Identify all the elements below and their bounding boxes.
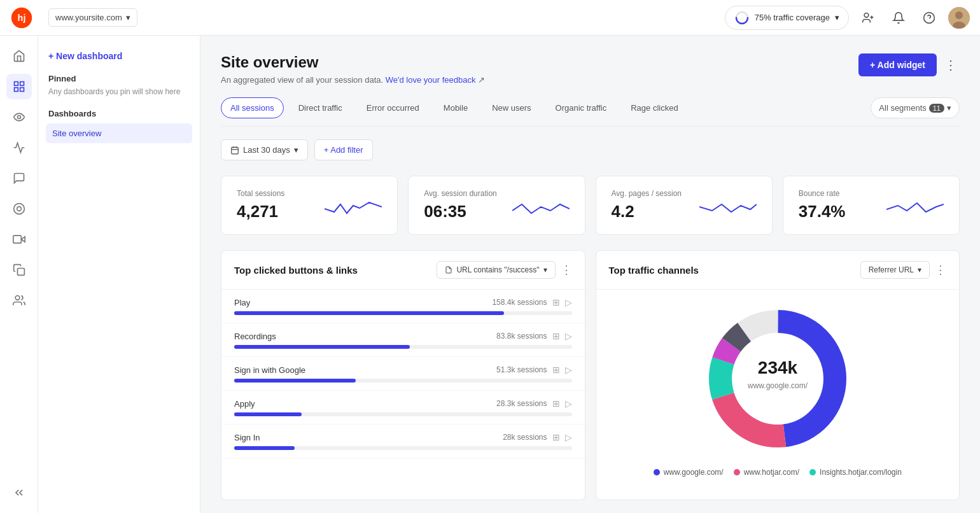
svg-point-22 [15, 296, 20, 300]
page-header: Site overview An aggregated view of all … [221, 53, 960, 85]
filter-tab-all-sessions[interactable]: All sessions [221, 97, 284, 118]
list-item: Sign in with Google 51.3k sessions ⊞ ▷ [221, 357, 585, 391]
stat-label: Avg. session duration [424, 189, 497, 198]
filter-tab-new-users[interactable]: New users [482, 97, 540, 118]
sidebar-icon-surveys[interactable] [6, 257, 32, 283]
chevron-down-icon: ▾ [835, 13, 839, 22]
stat-card-total-sessions: Total sessions 4,271 [221, 176, 398, 235]
traffic-coverage-btn[interactable]: 75% traffic coverage ▾ [725, 6, 849, 30]
widget-more-button[interactable]: ⋮ [561, 263, 572, 277]
chevron-down-icon: ▾ [126, 13, 130, 22]
svg-rect-15 [20, 88, 24, 92]
avatar[interactable] [948, 7, 970, 29]
sidebar-icons [0, 36, 38, 513]
stat-value: 37.4% [799, 202, 846, 221]
segments-count: 11 [929, 104, 944, 113]
referrer-filter-button[interactable]: Referrer URL ▾ [860, 261, 930, 279]
legend-item: www.google.com/ [654, 468, 724, 477]
segments-label: All segments [879, 103, 926, 113]
controls-row: Last 30 days ▾ + Add filter [221, 139, 960, 160]
svg-text:hj: hj [18, 13, 26, 23]
list-item: Sign In 28k sessions ⊞ ▷ [221, 425, 585, 458]
svg-rect-13 [20, 82, 24, 86]
heatmap-icon[interactable]: ⊞ [552, 365, 560, 375]
site-selector[interactable]: www.yoursite.com ▾ [48, 8, 137, 27]
play-icon[interactable]: ▷ [565, 331, 572, 341]
url-filter-button[interactable]: URL contains "/success" ▾ [437, 261, 555, 279]
sidebar-item-site-overview[interactable]: Site overview [46, 123, 192, 143]
stat-value: 4,271 [237, 202, 284, 221]
add-filter-label: + Add filter [324, 145, 363, 155]
main-area: + New dashboard Pinned Any dashboards yo… [0, 36, 980, 513]
page-header-left: Site overview An aggregated view of all … [221, 53, 485, 85]
legend-item: Insights.hotjar.com/login [809, 468, 902, 477]
stat-card-avg-session-duration: Avg. session duration 06:35 [408, 176, 585, 235]
sidebar-icon-recordings[interactable] [6, 227, 32, 252]
heatmap-icon[interactable]: ⊞ [552, 432, 560, 442]
list-item: Apply 28.3k sessions ⊞ ▷ [221, 391, 585, 425]
segments-button[interactable]: All segments 11 ▾ [871, 97, 960, 118]
chevron-down-icon: ▾ [918, 265, 921, 274]
more-options-button[interactable]: ⋮ [942, 55, 960, 75]
feedback-link[interactable]: We'd love your feedback [386, 75, 476, 85]
sidebar-icon-dashboard[interactable] [6, 74, 32, 99]
add-user-button[interactable] [857, 6, 879, 29]
new-dashboard-button[interactable]: + New dashboard [46, 46, 192, 66]
pinned-label: Pinned [46, 74, 192, 83]
new-dashboard-label: + New dashboard [48, 51, 122, 61]
svg-point-4 [864, 13, 869, 17]
notifications-button[interactable] [887, 6, 910, 29]
sidebar-icon-observe[interactable] [6, 104, 32, 130]
widget-title: Top traffic channels [609, 265, 699, 276]
top-channels-widget: Top traffic channels Referrer URL ▾ ⋮ [596, 250, 960, 500]
app-container: hj www.yoursite.com ▾ 75% traffic covera… [0, 0, 980, 513]
svg-rect-14 [14, 88, 18, 92]
play-icon[interactable]: ▷ [565, 398, 572, 409]
stat-card-avg-pages: Avg. pages / session 4.2 [596, 176, 773, 235]
sidebar-icon-collapse[interactable] [6, 480, 32, 505]
donut-chart-container: 234k www.google.com/ www.google.com/ [596, 290, 960, 500]
date-range-label: Last 30 days [243, 145, 290, 155]
heatmap-icon[interactable]: ⊞ [552, 398, 560, 409]
heatmap-icon[interactable]: ⊞ [552, 297, 560, 307]
sidebar-icon-analytics[interactable] [6, 135, 32, 160]
add-filter-button[interactable]: + Add filter [314, 139, 373, 160]
widget-header: Top clicked buttons & links URL contains… [221, 251, 585, 290]
widget-title: Top clicked buttons & links [234, 265, 358, 276]
sidebar-icon-users[interactable] [6, 288, 32, 313]
heatmap-icon[interactable]: ⊞ [552, 331, 560, 341]
svg-marker-19 [21, 237, 25, 242]
filter-tab-direct-traffic[interactable]: Direct traffic [289, 97, 352, 118]
logo[interactable]: hj [10, 6, 33, 29]
filter-tabs-row: All sessions Direct traffic Error occurr… [221, 97, 960, 127]
date-range-button[interactable]: Last 30 days ▾ [221, 139, 308, 160]
svg-rect-21 [17, 269, 24, 276]
chevron-down-icon: ▾ [543, 265, 547, 274]
traffic-coverage-label: 75% traffic coverage [755, 13, 830, 22]
help-button[interactable] [918, 6, 941, 29]
chevron-down-icon: ▾ [947, 103, 951, 113]
sidebar-icon-feedback[interactable] [6, 165, 32, 191]
svg-point-33 [734, 335, 821, 422]
stat-value: 06:35 [424, 202, 497, 221]
donut-legend: www.google.com/ www.hotjar.com/ Insights… [643, 468, 912, 487]
svg-point-10 [955, 11, 963, 19]
filter-tab-organic-traffic[interactable]: Organic traffic [546, 97, 617, 118]
add-widget-button[interactable]: + Add widget [858, 53, 937, 76]
filter-tab-rage-clicked[interactable]: Rage clicked [621, 97, 687, 118]
filter-tab-error-occurred[interactable]: Error occurred [357, 97, 429, 118]
stat-value: 4.2 [612, 202, 682, 221]
play-icon[interactable]: ▷ [565, 297, 572, 307]
stat-card-bounce-rate: Bounce rate 37.4% [783, 176, 960, 235]
page-subtitle: An aggregated view of all your session d… [221, 75, 485, 85]
filter-tab-mobile[interactable]: Mobile [434, 97, 477, 118]
sidebar-icon-heatmaps[interactable] [6, 196, 32, 221]
widget-header: Top traffic channels Referrer URL ▾ ⋮ [596, 251, 960, 290]
play-icon[interactable]: ▷ [565, 432, 572, 442]
play-icon[interactable]: ▷ [565, 365, 572, 375]
sidebar-icon-home[interactable] [6, 43, 32, 69]
svg-rect-12 [14, 82, 18, 86]
page-title: Site overview [221, 53, 485, 71]
svg-text:234k: 234k [758, 358, 798, 377]
widget-more-button[interactable]: ⋮ [935, 263, 946, 277]
